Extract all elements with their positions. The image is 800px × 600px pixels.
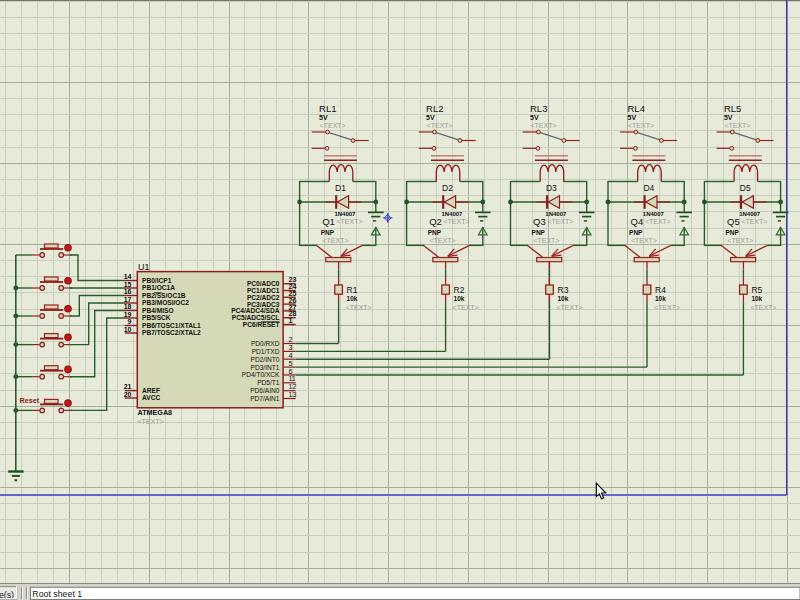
svg-text:PNP: PNP bbox=[428, 229, 442, 236]
svg-text:Q2: Q2 bbox=[429, 216, 442, 227]
svg-text:Q5: Q5 bbox=[727, 216, 740, 227]
svg-text:ATMEGA8: ATMEGA8 bbox=[138, 408, 173, 417]
svg-text:<TEXT>: <TEXT> bbox=[138, 418, 164, 425]
svg-text:D3: D3 bbox=[546, 183, 557, 193]
svg-text:15: 15 bbox=[124, 281, 132, 288]
svg-text:Root sheet 1: Root sheet 1 bbox=[32, 589, 82, 599]
svg-text:PD5/T1: PD5/T1 bbox=[257, 379, 280, 386]
svg-text:<TEXT>: <TEXT> bbox=[750, 304, 776, 311]
svg-text:1N4007: 1N4007 bbox=[545, 211, 567, 217]
svg-text:RL4: RL4 bbox=[628, 103, 645, 114]
svg-text:PB7/TOSC2/XTAL2: PB7/TOSC2/XTAL2 bbox=[142, 329, 201, 336]
svg-text:<TEXT>: <TEXT> bbox=[430, 237, 456, 244]
svg-text:10k: 10k bbox=[454, 295, 465, 302]
svg-text:14: 14 bbox=[124, 273, 132, 280]
svg-text:RL5: RL5 bbox=[724, 103, 741, 114]
svg-text:PB1/OC1A: PB1/OC1A bbox=[142, 284, 175, 291]
svg-text:16: 16 bbox=[124, 288, 132, 295]
svg-text:U1: U1 bbox=[138, 262, 150, 272]
svg-text:AREF: AREF bbox=[142, 387, 160, 394]
svg-text:21: 21 bbox=[124, 383, 132, 390]
svg-text:PD6/AIN0: PD6/AIN0 bbox=[250, 387, 280, 394]
svg-text:D5: D5 bbox=[740, 183, 751, 193]
svg-text:RL2: RL2 bbox=[426, 103, 443, 114]
svg-text:<TEXT>: <TEXT> bbox=[337, 218, 363, 225]
svg-text:<TEXT>: <TEXT> bbox=[346, 304, 372, 311]
svg-text:PB4/MISO: PB4/MISO bbox=[142, 307, 174, 314]
svg-text:PNP: PNP bbox=[726, 229, 740, 236]
svg-text:1N4007: 1N4007 bbox=[334, 211, 356, 217]
svg-text:Q4: Q4 bbox=[631, 216, 644, 227]
svg-text:PD2/INT0: PD2/INT0 bbox=[251, 356, 280, 363]
svg-text:D1: D1 bbox=[335, 183, 346, 193]
svg-text:<TEXT>: <TEXT> bbox=[628, 122, 654, 129]
svg-text:R1: R1 bbox=[347, 285, 358, 295]
svg-text:<TEXT>: <TEXT> bbox=[727, 237, 753, 244]
svg-text:R4: R4 bbox=[655, 285, 666, 295]
svg-text:6: 6 bbox=[289, 368, 293, 375]
svg-text:19: 19 bbox=[124, 311, 132, 318]
svg-text:10k: 10k bbox=[751, 295, 762, 302]
svg-text:5V: 5V bbox=[724, 114, 733, 121]
svg-text:<TEXT>: <TEXT> bbox=[557, 304, 583, 311]
svg-text:PB0/ICP1: PB0/ICP1 bbox=[142, 277, 172, 284]
svg-text:<TEXT>: <TEXT> bbox=[531, 122, 557, 129]
svg-text:12: 12 bbox=[289, 383, 297, 390]
svg-text:2: 2 bbox=[289, 336, 293, 343]
svg-text:10k: 10k bbox=[558, 295, 569, 302]
svg-text:20: 20 bbox=[124, 391, 132, 398]
svg-text:5: 5 bbox=[289, 360, 293, 367]
svg-text:RL1: RL1 bbox=[319, 103, 336, 114]
svg-text:R2: R2 bbox=[454, 285, 465, 295]
svg-text:AVCC: AVCC bbox=[142, 394, 160, 401]
svg-text:PD1/TXD: PD1/TXD bbox=[252, 348, 280, 355]
svg-text:9: 9 bbox=[128, 318, 132, 325]
svg-text:PNP: PNP bbox=[321, 229, 335, 236]
svg-text:5V: 5V bbox=[426, 114, 435, 121]
svg-text:<TEXT>: <TEXT> bbox=[323, 237, 349, 244]
svg-text:PD4/T0/XCK: PD4/T0/XCK bbox=[242, 371, 280, 378]
svg-text:<TEXT>: <TEXT> bbox=[654, 304, 680, 311]
svg-text:10k: 10k bbox=[347, 295, 358, 302]
svg-text:Q3: Q3 bbox=[533, 216, 546, 227]
svg-text:<TEXT>: <TEXT> bbox=[547, 218, 573, 225]
svg-text:R3: R3 bbox=[558, 285, 569, 295]
svg-text:PNP: PNP bbox=[532, 229, 546, 236]
svg-text:<TEXT>: <TEXT> bbox=[724, 122, 750, 129]
svg-text:4: 4 bbox=[289, 352, 293, 359]
svg-text:Q1: Q1 bbox=[322, 216, 335, 227]
svg-text:5V: 5V bbox=[628, 114, 637, 121]
svg-text:D2: D2 bbox=[442, 183, 453, 193]
svg-text:13: 13 bbox=[289, 391, 297, 398]
svg-text:5V: 5V bbox=[319, 114, 328, 121]
svg-text:1N4007: 1N4007 bbox=[739, 211, 761, 217]
svg-text:PD7/AIN1: PD7/AIN1 bbox=[250, 395, 280, 402]
svg-text:11: 11 bbox=[289, 375, 296, 382]
svg-text:1N4007: 1N4007 bbox=[441, 211, 463, 217]
svg-text:3: 3 bbox=[289, 344, 293, 351]
svg-text:18: 18 bbox=[124, 303, 132, 310]
svg-text:10: 10 bbox=[124, 326, 132, 333]
svg-text:PD0/RXD: PD0/RXD bbox=[251, 340, 280, 347]
svg-text:PB6/TOSC1/XTAL1: PB6/TOSC1/XTAL1 bbox=[142, 322, 201, 329]
svg-text:1N4007: 1N4007 bbox=[643, 211, 665, 217]
svg-text:<TEXT>: <TEXT> bbox=[320, 122, 346, 129]
svg-text:10k: 10k bbox=[655, 295, 666, 302]
svg-text:RL3: RL3 bbox=[530, 103, 547, 114]
svg-text:<TEXT>: <TEXT> bbox=[631, 237, 657, 244]
svg-text:<TEXT>: <TEXT> bbox=[444, 218, 470, 225]
svg-text:5V: 5V bbox=[530, 114, 539, 121]
svg-text:1: 1 bbox=[289, 317, 293, 324]
svg-text:Reset: Reset bbox=[20, 396, 40, 405]
svg-text:<TEXT>: <TEXT> bbox=[427, 122, 453, 129]
svg-text:PB3/MOSI/OC2: PB3/MOSI/OC2 bbox=[142, 299, 189, 306]
svg-text:PNP: PNP bbox=[629, 229, 643, 236]
svg-text:PD3/INT1: PD3/INT1 bbox=[251, 364, 280, 371]
svg-text:R5: R5 bbox=[751, 285, 762, 295]
svg-text:D4: D4 bbox=[643, 183, 654, 193]
svg-text:PB5/SCK: PB5/SCK bbox=[142, 314, 171, 321]
svg-text:<TEXT>: <TEXT> bbox=[453, 304, 479, 311]
svg-text:<TEXT>: <TEXT> bbox=[741, 218, 767, 225]
svg-text:<TEXT>: <TEXT> bbox=[645, 218, 671, 225]
svg-text:<TEXT>: <TEXT> bbox=[533, 237, 559, 244]
